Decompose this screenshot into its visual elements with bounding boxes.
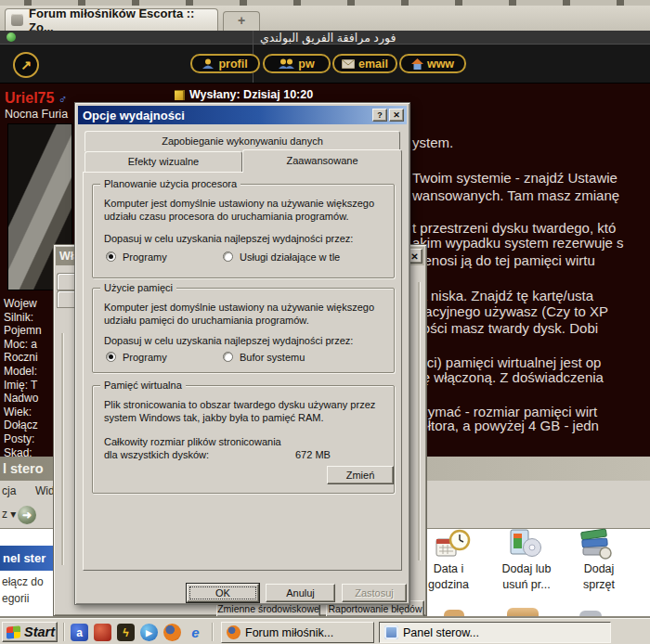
post-text-line: Twoim systemie - znajdź Ustawie — [412, 170, 618, 186]
browser-tab-forum[interactable]: Forum miłośników Escorta :: Zo... — [5, 8, 218, 31]
tab-favicon-icon — [11, 14, 23, 26]
quick-launch-red-app-icon[interactable] — [94, 624, 111, 641]
go-button[interactable]: ➜ — [18, 506, 36, 524]
groupbox-edge-fragment — [61, 333, 63, 565]
radio-mem-programy[interactable] — [106, 352, 116, 362]
profile-field: Roczni — [4, 351, 42, 365]
virtual-memory-group: Pamięć wirtualna Plik stronicowania to o… — [92, 385, 395, 494]
profile-field: Moc: a — [4, 338, 42, 352]
apply-button[interactable]: Zastosuj — [342, 584, 407, 602]
change-button[interactable]: Zmień — [327, 466, 394, 484]
male-gender-icon: ♂ — [58, 92, 68, 106]
windows-flag-icon — [6, 625, 20, 639]
jump-to-top-icon[interactable]: ↗ — [13, 52, 39, 78]
new-tab-button[interactable]: + — [223, 11, 260, 31]
tab-dep[interactable]: Zapobieganie wykonywaniu danych — [84, 131, 400, 151]
post-author-rank: Nocna Furia — [5, 108, 68, 121]
tab-visual-effects[interactable]: Efekty wizualne — [84, 151, 242, 172]
help-button[interactable]: ? — [372, 109, 387, 122]
ok-button[interactable]: OK — [187, 584, 259, 602]
sidebar-header-fragment: nel ster — [0, 546, 53, 571]
person-icon — [202, 58, 214, 69]
tab-title: Forum miłośników Escorta :: Zo... — [29, 6, 212, 34]
profile-field: Pojemn — [4, 324, 42, 338]
post-timestamp: Wysłany: Dzisiaj 10:20 — [189, 88, 313, 101]
memory-usage-group: Użycie pamięci Komputer jest domyślnie u… — [92, 288, 395, 373]
post-text-line: ości) pamięci wirtualnej jest op — [412, 354, 601, 370]
post-text-line: eracyjnego używasz (Czy to XP — [412, 303, 608, 319]
profile-field: Wojew — [4, 297, 42, 311]
groupbox-edge-fragment — [418, 282, 420, 560]
email-button[interactable]: email — [332, 54, 397, 73]
task-button-control-panel[interactable]: Panel sterow... — [379, 622, 611, 643]
partial-icon-fragment — [507, 608, 539, 618]
screen: Forum miłośników Escorta :: Zo... + فورد… — [0, 0, 650, 644]
profile-field: Silnik: — [4, 311, 42, 325]
post-text-line: lkości masz twardy dysk. Dobi — [412, 320, 598, 336]
menu-edycja-fragment[interactable]: cja — [2, 481, 16, 502]
address-text-fragment[interactable]: z ▾ — [2, 508, 16, 521]
post-author-username[interactable]: Uriel75 ♂ — [5, 90, 68, 107]
profile-field: Model: — [4, 365, 42, 379]
advanced-tab-panel: Planowanie użycia procesora Komputer jes… — [83, 172, 402, 571]
online-status-icon — [6, 32, 16, 42]
quick-launch-firefox-icon[interactable] — [163, 624, 181, 641]
quick-launch-winamp-icon[interactable]: ϟ — [117, 624, 135, 641]
close-button[interactable]: ✕ — [389, 109, 404, 122]
radio-cpu-programy[interactable] — [106, 251, 116, 262]
two-persons-icon — [279, 58, 294, 69]
www-button[interactable]: www — [399, 54, 466, 73]
add-hardware-icon[interactable] — [578, 527, 615, 566]
author-profile-fields: Wojew Silnik: Pojemn Moc: a Roczni Model… — [4, 297, 42, 459]
cpu-scheduling-group: Planowanie użycia procesora Komputer jes… — [92, 184, 395, 278]
partial-icon-fragment — [444, 610, 464, 618]
profile-field: Wiek: — [4, 406, 42, 419]
date-time-icon[interactable] — [436, 529, 471, 566]
post-text-line: ystem. — [412, 135, 453, 150]
quick-launch-ie-icon[interactable]: e — [187, 624, 204, 641]
cancel-button[interactable]: Anuluj — [266, 584, 335, 602]
dialog-title: Opcje wydajności — [83, 109, 185, 122]
pw-button[interactable]: pw — [263, 54, 331, 73]
home-icon — [411, 58, 423, 70]
switch-view-link-fragment[interactable]: ełącz do — [2, 575, 44, 588]
forum-topic-arabic: فورد مرافقة الفريق البولندي — [260, 31, 396, 45]
profile-field: Nadwo — [4, 392, 42, 406]
post-text-line: półtora, a powyżej 4 GB - jedn — [412, 418, 599, 433]
quick-launch-media-player-icon[interactable]: ▶ — [140, 624, 158, 641]
switch-view-link-fragment[interactable]: egorii — [2, 592, 29, 605]
task-button-forum[interactable]: Forum miłośnik... — [221, 622, 374, 643]
profile-field: Imię: T — [4, 379, 42, 393]
taskbar: Start a ϟ ▶ e Forum miłośnik... Panel st… — [0, 618, 650, 644]
tab-advanced-active[interactable]: Zaawansowane — [242, 149, 402, 173]
post-text-line: cję włączoną. Z doświadczenia — [412, 369, 604, 385]
profile-field: Posty: — [4, 432, 42, 446]
tab-bar: Forum miłośników Escorta :: Zo... + — [0, 6, 650, 32]
profil-button[interactable]: profil — [190, 54, 260, 73]
start-button[interactable]: Start — [2, 622, 58, 642]
post-text-line: wansowanych. Tam masz zmianę — [412, 187, 619, 203]
taskbar-separator — [63, 623, 65, 641]
post-text-line: akim wypadku system rezerwuje s — [412, 235, 624, 251]
profile-field: Dołącz — [4, 419, 42, 432]
control-panel-icon — [384, 625, 398, 639]
paging-total-value: 672 MB — [295, 449, 331, 460]
menu-widok-fragment[interactable]: Wid — [35, 481, 55, 502]
add-remove-programs-label[interactable]: Dodaj lub usuń pr... — [485, 561, 568, 593]
post-text-line: t przestrzeni dysku twardego, któ — [412, 220, 616, 236]
dialog-titlebar[interactable]: Opcje wydajności — [78, 106, 407, 124]
radio-cpu-uslugi[interactable] — [223, 251, 233, 262]
radio-mem-bufor[interactable] — [223, 352, 233, 362]
firefox-icon — [227, 625, 240, 639]
envelope-icon — [342, 59, 355, 69]
post-text-line: rzenosi ją do tej pamięci wirtu — [412, 252, 595, 268]
partial-icon-fragment — [579, 611, 602, 618]
taskbar-separator — [212, 623, 214, 641]
add-hardware-label[interactable]: Dodaj sprzęt — [557, 561, 641, 593]
post-note-icon — [175, 90, 185, 100]
add-remove-programs-icon[interactable] — [508, 527, 543, 566]
post-text-line: za niska. Znajdź tę kartę/usta — [412, 288, 593, 303]
performance-options-dialog: Opcje wydajności ? ✕ Zapobieganie wykony… — [74, 102, 410, 605]
quick-launch-messenger-icon[interactable]: a — [71, 624, 88, 641]
